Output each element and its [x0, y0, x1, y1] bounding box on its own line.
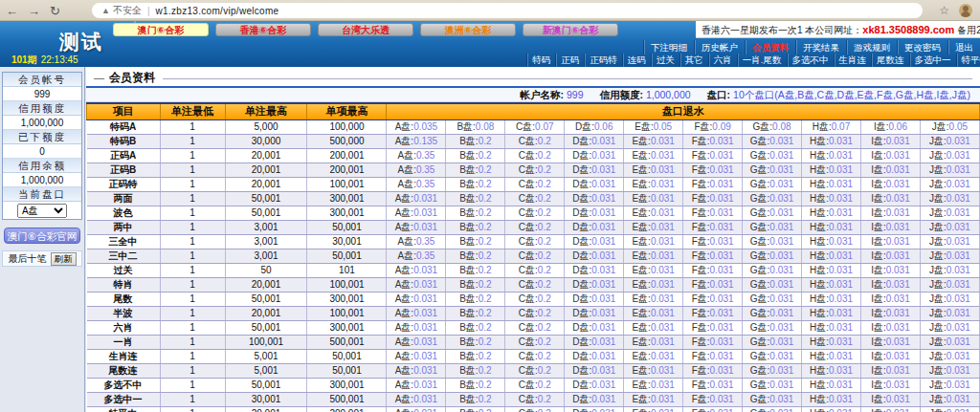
- rebate-value: 0.031: [829, 408, 853, 412]
- plate-label: I盘:: [871, 222, 886, 232]
- plate-label: G盘:: [750, 179, 770, 189]
- rebate-cell: A盘:0.031: [387, 206, 446, 220]
- plate-label: G盘:: [750, 193, 770, 204]
- rebate-value: 0.09: [712, 121, 730, 132]
- lottery-tab-1[interactable]: 澳门⑥合彩: [113, 23, 209, 36]
- item-max-cell: 200,001: [307, 163, 387, 177]
- bet-category-item[interactable]: 六肖: [708, 54, 737, 67]
- lottery-tab-3[interactable]: 台湾大乐透: [318, 23, 413, 36]
- bet-category-item[interactable]: 多选不中: [787, 54, 834, 67]
- rebate-value: 0.2: [538, 207, 551, 218]
- plate-label: E盘:: [632, 279, 650, 290]
- rebate-cell: G盘:0.031: [743, 220, 802, 234]
- account-fields: 会员帐号999信用额度1,000,000已下额度0信用余额1,000,000: [3, 73, 81, 187]
- bet-category-item[interactable]: 正码: [555, 54, 584, 67]
- plate-label: G盘:: [750, 207, 770, 218]
- rebate-value: 0.031: [829, 365, 853, 376]
- rebate-value: 0.2: [538, 379, 551, 390]
- rebate-cell: A盘:0.35: [387, 234, 446, 249]
- lottery-tab-4[interactable]: 澳洲⑥合彩: [420, 23, 516, 36]
- plate-label: E盘:: [632, 408, 650, 412]
- bet-category-item[interactable]: 多选中一: [909, 54, 956, 67]
- primary-nav-item[interactable]: 更改密码: [897, 40, 947, 54]
- official-site-button[interactable]: 澳门⑥合彩官网: [4, 228, 80, 244]
- table-row: 两面150,001300,001A盘:0.031B盘:0.2C盘:0.2D盘:0…: [87, 191, 980, 206]
- rebate-cell: C盘:0.2: [505, 292, 565, 306]
- bet-category-item[interactable]: 尾数连: [871, 54, 909, 67]
- rebate-value: 0.031: [651, 250, 675, 261]
- primary-nav-item[interactable]: 退出: [947, 40, 980, 54]
- rebate-cell: D盘:0.031: [565, 306, 624, 320]
- bet-category-item[interactable]: 连码: [622, 54, 651, 67]
- rebate-cell: D盘:0.031: [565, 206, 624, 220]
- plate-label: G盘:: [750, 250, 770, 261]
- url-bar[interactable]: ▲ 不安全 | w1.zbz13.com/vip/welcome: [92, 3, 923, 18]
- plate-label: H盘:: [813, 121, 832, 132]
- rebate-value: 0.031: [829, 394, 853, 404]
- item-max-cell: 500,000: [307, 134, 387, 148]
- rebate-value: 0.35: [416, 164, 434, 175]
- primary-nav-item[interactable]: 会员资料: [745, 40, 795, 54]
- primary-nav-item[interactable]: 开奖结果: [795, 40, 846, 54]
- reload-icon[interactable]: ↻: [50, 4, 60, 18]
- bet-category-item[interactable]: 正码特: [584, 54, 622, 67]
- plate-label: C盘:: [519, 308, 538, 318]
- rebate-value: 0.031: [413, 222, 437, 232]
- primary-nav-item[interactable]: 下注明细: [643, 40, 694, 54]
- primary-nav-item[interactable]: 历史帐户: [694, 40, 745, 54]
- plate-label: C盘:: [519, 293, 538, 304]
- plate-label: D盘:: [572, 136, 591, 146]
- rebate-cell: E盘:0.031: [624, 177, 683, 191]
- rebate-value: 0.031: [413, 336, 437, 347]
- refresh-button[interactable]: 刷新: [51, 252, 77, 266]
- plate-label: I盘:: [871, 207, 886, 218]
- rebate-cell: E盘:0.031: [624, 349, 683, 363]
- plate-label: B盘:: [459, 207, 478, 218]
- collapse-icon[interactable]: —: [94, 72, 104, 83]
- rebate-cell: B盘:0.2: [446, 292, 505, 306]
- plate-select[interactable]: A盘: [17, 204, 67, 218]
- rebate-cell: C盘:0.2: [505, 306, 565, 320]
- plate-label: G盘:: [750, 351, 770, 361]
- bet-category-item[interactable]: 一肖.尾数: [737, 54, 787, 67]
- plate-label: J盘:: [929, 136, 947, 146]
- rebate-value: 0.031: [947, 207, 970, 218]
- plate-label: H盘:: [810, 394, 829, 404]
- plate-label: F盘:: [692, 379, 710, 390]
- back-icon[interactable]: ←: [6, 4, 18, 18]
- forward-icon[interactable]: →: [28, 4, 40, 18]
- rebate-value: 0.031: [886, 336, 910, 347]
- rebate-cell: A盘:0.031: [387, 306, 446, 320]
- bookmark-star-icon[interactable]: ☆: [939, 4, 949, 17]
- plate-label: J盘:: [929, 336, 947, 347]
- plate-label: H盘:: [810, 365, 829, 376]
- profile-icon[interactable]: [959, 4, 972, 17]
- plate-label: G盘:: [750, 164, 770, 175]
- rebate-cell: H盘:0.031: [802, 349, 861, 363]
- rebate-cell: D盘:0.031: [565, 292, 624, 306]
- rebate-span-header: 盘口退水: [387, 103, 980, 119]
- bet-category-item[interactable]: 过关: [651, 54, 679, 67]
- primary-nav-item[interactable]: 游戏规则: [846, 40, 897, 54]
- rebate-cell: A盘:0.031: [387, 263, 446, 277]
- rebate-cell: I盘:0.031: [860, 263, 920, 277]
- plate-label: C盘:: [519, 136, 538, 146]
- lottery-tab-2[interactable]: 香港⑥合彩: [215, 23, 311, 36]
- bet-category-item[interactable]: 特平中: [956, 54, 980, 67]
- plate-label: A盘:: [395, 222, 413, 232]
- table-row: 两中13,00150,001A盘:0.031B盘:0.2C盘:0.2D盘:0.0…: [87, 220, 980, 234]
- plate-label: A盘:: [397, 150, 415, 161]
- rebate-value: 0.031: [886, 236, 910, 247]
- bet-category-item[interactable]: 生肖连: [834, 54, 872, 67]
- rebate-value: 0.031: [886, 222, 910, 232]
- plate-label: H盘:: [810, 222, 829, 232]
- bet-category-item[interactable]: 其它: [679, 54, 708, 67]
- rebate-value: 0.2: [479, 336, 492, 347]
- rebate-value: 0.031: [710, 379, 734, 390]
- rebate-value: 0.031: [947, 379, 970, 390]
- plate-label: F盘:: [692, 308, 710, 318]
- lottery-tab-5[interactable]: 新澳门⑥合彩: [523, 23, 618, 36]
- plate-label: D盘:: [572, 379, 591, 390]
- bet-category-item[interactable]: 特码: [526, 54, 555, 67]
- plate-label: F盘:: [692, 293, 710, 304]
